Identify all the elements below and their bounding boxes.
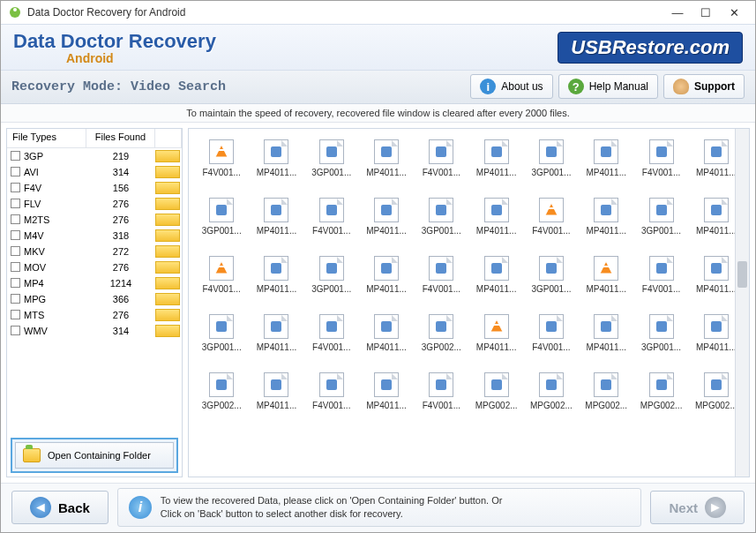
recovered-file-item[interactable]: 3GP001... [633, 192, 688, 247]
file-type-row[interactable]: 3GP219 [7, 148, 182, 164]
video-page-icon [264, 372, 288, 397]
help-button[interactable]: ? Help Manual [558, 74, 658, 99]
recovered-file-item[interactable]: MP4011... [579, 192, 633, 247]
file-grid[interactable]: F4V001...MP4011...3GP001...MP4011...F4V0… [189, 129, 749, 427]
file-type-row[interactable]: FLV276 [7, 196, 182, 212]
recovered-file-item[interactable]: 3GP001... [304, 134, 359, 189]
video-page-icon [484, 372, 509, 397]
recovered-file-item[interactable]: 3GP001... [304, 251, 359, 305]
video-page-icon [264, 139, 288, 164]
recovered-file-item[interactable]: MP4011... [249, 134, 303, 189]
scrollbar-thumb[interactable] [737, 261, 747, 288]
file-count: 314 [86, 167, 155, 177]
video-page-icon [429, 314, 453, 339]
recovered-file-item[interactable]: F4V001... [304, 192, 359, 247]
recovered-file-item[interactable]: F4V001... [414, 251, 468, 305]
file-type-row[interactable]: MPG366 [7, 291, 182, 307]
file-count: 276 [86, 262, 155, 273]
recovered-file-item[interactable]: MP4011... [249, 251, 303, 305]
recovered-file-item[interactable]: 3GP002... [414, 309, 468, 364]
recovered-file-item[interactable]: MP4011... [359, 251, 414, 305]
recovered-file-item[interactable]: F4V001... [524, 309, 579, 364]
recovered-file-item[interactable]: MP4011... [468, 251, 523, 305]
recovered-file-item[interactable]: MPG002... [579, 367, 633, 422]
file-type-row[interactable]: MTS276 [7, 307, 182, 323]
file-type-row[interactable]: M2TS276 [7, 212, 182, 228]
recovered-file-item[interactable]: 3GP002... [194, 367, 249, 422]
recovered-file-item[interactable]: 3GP001... [194, 192, 249, 247]
video-page-icon [429, 198, 453, 222]
recovered-file-item[interactable]: MP4011... [579, 309, 633, 364]
file-type-name: 3GP [24, 151, 43, 161]
file-name: 3GP001... [311, 168, 351, 177]
minimize-button[interactable]: — [663, 4, 692, 21]
recovered-file-item[interactable]: F4V001... [304, 367, 359, 422]
file-icon [11, 326, 20, 335]
file-type-row[interactable]: MOV276 [7, 259, 182, 275]
close-button[interactable]: ✕ [720, 4, 748, 21]
recovered-file-item[interactable]: MPG002... [633, 367, 688, 422]
support-button[interactable]: Support [663, 74, 745, 99]
recovered-file-item[interactable]: MP4011... [579, 251, 633, 305]
svg-rect-5 [547, 207, 556, 209]
video-page-icon [704, 372, 729, 397]
recovered-file-item[interactable]: MP4011... [468, 134, 523, 189]
recovered-files-panel: F4V001...MP4011...3GP001...MP4011...F4V0… [188, 128, 750, 477]
recovered-file-item[interactable]: MP4011... [249, 309, 303, 364]
help-icon: ? [568, 79, 584, 94]
recovered-file-item[interactable]: MP4011... [359, 309, 414, 364]
recovered-file-item[interactable]: MP4011... [468, 192, 523, 247]
video-page-icon [209, 198, 234, 222]
recovered-file-item[interactable]: 3GP001... [524, 134, 579, 189]
maximize-button[interactable]: ☐ [692, 4, 720, 21]
file-name: 3GP002... [422, 342, 461, 352]
recovered-file-item[interactable]: MP4011... [468, 309, 523, 364]
recovered-file-item[interactable]: MPG002... [468, 367, 523, 422]
recovered-file-item[interactable]: 3GP001... [414, 192, 468, 247]
file-count: 1214 [86, 278, 155, 289]
file-name: MP4011... [586, 284, 626, 294]
recovered-file-item[interactable]: F4V001... [194, 251, 249, 305]
recovered-file-item[interactable]: MP4011... [249, 192, 303, 247]
file-type-row[interactable]: MKV272 [7, 244, 182, 259]
footer-msg-line1: To view the recovered Data, please click… [161, 494, 503, 507]
file-types-list[interactable]: 3GP219AVI314F4V156FLV276M2TS276M4V318MKV… [7, 148, 182, 434]
back-button[interactable]: ◄ Back [11, 491, 109, 524]
recovered-file-item[interactable]: MP4011... [359, 192, 414, 247]
recovered-file-item[interactable]: MP4011... [359, 367, 414, 422]
file-type-row[interactable]: M4V318 [7, 228, 182, 244]
file-type-row[interactable]: F4V156 [7, 180, 182, 196]
recovered-file-item[interactable]: MP4011... [359, 134, 414, 189]
video-page-icon [704, 139, 729, 164]
next-button[interactable]: Next ► [650, 491, 745, 524]
open-containing-folder-button[interactable]: Open Containing Folder [15, 442, 174, 469]
about-label: About us [501, 80, 543, 93]
file-type-row[interactable]: MP41214 [7, 275, 182, 291]
recovered-file-item[interactable]: F4V001... [194, 134, 249, 189]
about-button[interactable]: i About us [470, 74, 552, 99]
recovered-file-item[interactable]: 3GP001... [194, 309, 249, 364]
svg-rect-11 [492, 324, 501, 326]
recovered-file-item[interactable]: MP4011... [249, 367, 303, 422]
recovered-file-item[interactable]: 3GP001... [633, 309, 688, 364]
recovered-file-item[interactable]: F4V001... [633, 251, 688, 305]
file-name: F4V001... [642, 284, 680, 294]
recovered-file-item[interactable]: MP4011... [579, 134, 633, 189]
svg-rect-7 [217, 266, 226, 267]
recovered-file-item[interactable]: F4V001... [414, 134, 468, 189]
vertical-scrollbar[interactable] [735, 129, 749, 477]
file-type-row[interactable]: WMV314 [7, 323, 182, 339]
file-type-name: MOV [24, 262, 46, 273]
recovered-file-item[interactable]: F4V001... [524, 192, 579, 247]
file-count: 219 [86, 151, 155, 161]
recovered-file-item[interactable]: F4V001... [414, 367, 468, 422]
recovered-file-item[interactable]: 3GP001... [524, 251, 579, 305]
video-page-icon [594, 372, 618, 397]
recovered-file-item[interactable]: MPG002... [524, 367, 579, 422]
recovered-file-item[interactable]: F4V001... [304, 309, 359, 364]
file-icon [11, 167, 20, 176]
file-icon [11, 262, 20, 272]
vlc-cone-icon [594, 256, 618, 281]
file-type-row[interactable]: AVI314 [7, 164, 182, 180]
recovered-file-item[interactable]: F4V001... [633, 134, 688, 189]
